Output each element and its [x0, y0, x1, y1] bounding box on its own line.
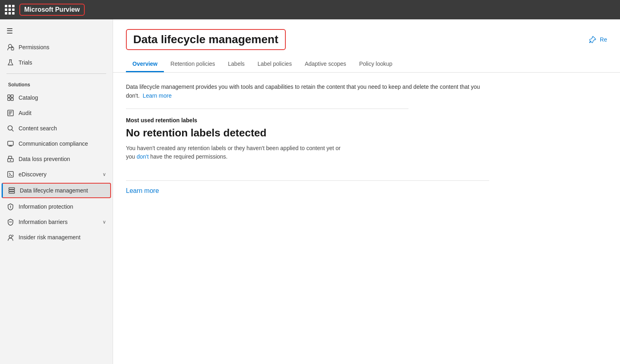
tab-policy-lookup[interactable]: Policy lookup [353, 56, 399, 72]
permissions-link[interactable]: don't [136, 153, 149, 160]
dlp-icon [6, 155, 15, 163]
sidebar-label-permissions: Permissions [19, 44, 106, 50]
sidebar-label-insider-risk-management: Insider risk management [19, 234, 106, 241]
sidebar-item-trials[interactable]: Trials [0, 55, 113, 70]
tab-label-policies[interactable]: Label policies [251, 56, 298, 72]
sidebar-item-insider-risk-management[interactable]: Insider risk management [0, 230, 113, 245]
sidebar-label-audit: Audit [19, 110, 106, 116]
sidebar-hamburger[interactable]: ☰ [0, 23, 113, 40]
sidebar-label-content-search: Content search [19, 125, 106, 132]
main-layout: ☰ Permissions Trials [0, 19, 620, 364]
app-grid-icon[interactable] [5, 5, 15, 15]
sidebar-divider [6, 73, 106, 74]
sidebar-item-data-loss-prevention[interactable]: Data loss prevention [0, 151, 113, 167]
tab-overview[interactable]: Overview [126, 56, 164, 72]
sidebar-item-information-protection[interactable]: Information protection [0, 199, 113, 214]
person-lock-icon [6, 43, 15, 51]
pin-icon [589, 36, 597, 43]
description-text: Data lifecycle management provides you w… [126, 82, 489, 100]
svg-rect-8 [8, 141, 13, 145]
svg-rect-5 [11, 98, 13, 100]
sidebar-label-data-loss-prevention: Data loss prevention [19, 156, 106, 162]
sidebar-label-data-lifecycle-management: Data lifecycle management [20, 187, 105, 194]
sidebar-item-information-barriers[interactable]: Information barriers ∨ [0, 214, 113, 230]
search-icon [6, 124, 15, 132]
tab-retention-policies[interactable]: Retention policies [164, 56, 222, 72]
catalog-icon [6, 94, 15, 102]
insider-risk-icon [6, 233, 15, 241]
chevron-down-icon: ∨ [103, 172, 106, 177]
description-learn-more-link[interactable]: Learn more [143, 92, 172, 99]
svg-point-7 [8, 126, 13, 130]
section-divider [126, 109, 408, 109]
app-title[interactable]: Microsoft Purview [19, 4, 85, 16]
sidebar-label-trials: Trials [19, 59, 106, 66]
tabs-bar: Overview Retention policies Labels Label… [113, 56, 620, 73]
sidebar-label-catalog: Catalog [19, 94, 106, 101]
section-label: Most used retention labels [126, 117, 607, 123]
svg-rect-14 [9, 190, 15, 191]
svg-rect-9 [8, 156, 12, 159]
svg-rect-4 [8, 98, 10, 100]
page-title: Data lifecycle management [126, 29, 286, 50]
content-area: Data lifecycle management Re Overview Re… [113, 19, 620, 364]
svg-rect-15 [9, 192, 15, 193]
svg-rect-1 [11, 48, 14, 50]
chevron-down-icon-barriers: ∨ [103, 219, 106, 225]
sidebar-item-communication-compliance[interactable]: Communication compliance [0, 136, 113, 151]
svg-point-0 [8, 44, 12, 48]
ediscovery-icon [6, 170, 15, 178]
svg-point-11 [10, 160, 11, 161]
flask-icon [6, 59, 15, 67]
header-action-label[interactable]: Re [600, 36, 607, 43]
svg-rect-13 [9, 188, 15, 189]
sidebar-item-data-lifecycle-management[interactable]: Data lifecycle management [2, 183, 111, 198]
sidebar: ☰ Permissions Trials [0, 19, 113, 364]
sidebar-item-audit[interactable]: Audit [0, 105, 113, 121]
topbar: Microsoft Purview [0, 0, 620, 19]
sidebar-item-content-search[interactable]: Content search [0, 121, 113, 136]
svg-rect-2 [8, 95, 10, 97]
info-barriers-icon [6, 218, 15, 226]
header-actions[interactable]: Re [589, 36, 607, 43]
tab-adaptive-scopes[interactable]: Adaptive scopes [298, 56, 353, 72]
content-body: Data lifecycle management provides you w… [113, 73, 620, 204]
sidebar-item-permissions[interactable]: Permissions [0, 40, 113, 55]
lifecycle-icon [8, 186, 16, 195]
info-protection-icon [6, 203, 15, 211]
bottom-learn-more-section: Learn more [126, 180, 489, 195]
audit-icon [6, 109, 15, 117]
svg-point-16 [10, 208, 11, 209]
sidebar-item-catalog[interactable]: Catalog [0, 90, 113, 105]
svg-rect-3 [11, 95, 13, 97]
no-data-title: No retention labels detected [126, 127, 607, 139]
sidebar-label-information-barriers: Information barriers [19, 219, 98, 225]
bottom-learn-more-link[interactable]: Learn more [126, 187, 159, 194]
sidebar-label-communication-compliance: Communication compliance [19, 140, 106, 147]
sidebar-label-information-protection: Information protection [19, 203, 106, 210]
sidebar-section-solutions: Solutions [0, 77, 113, 90]
sidebar-item-ediscovery[interactable]: eDiscovery ∨ [0, 167, 113, 182]
no-data-desc: You haven't created any retention labels… [126, 144, 344, 161]
sidebar-label-ediscovery: eDiscovery [19, 171, 98, 178]
tab-labels[interactable]: Labels [222, 56, 251, 72]
content-header: Data lifecycle management Re [113, 19, 620, 50]
svg-point-17 [9, 235, 12, 238]
comm-icon [6, 140, 15, 148]
